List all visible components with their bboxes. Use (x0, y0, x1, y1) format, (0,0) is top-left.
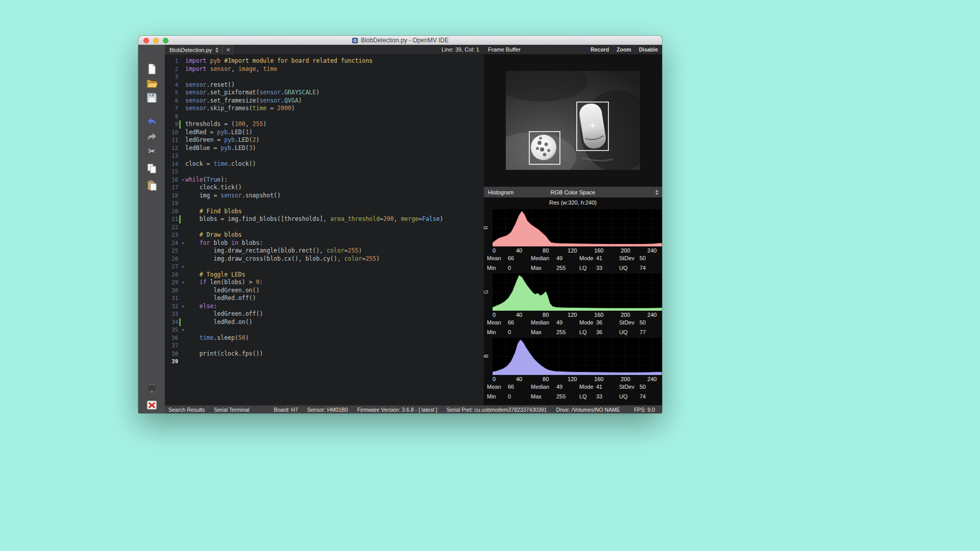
code-line[interactable]: 3 (165, 73, 484, 81)
code-text: clock.tick() (185, 184, 242, 192)
line-number: 12 (165, 144, 178, 153)
stat-label: StDev (619, 255, 634, 261)
code-text: print(clock.fps()) (185, 350, 263, 358)
code-line[interactable]: 30 ledGreen.on() (165, 287, 484, 295)
fold-marker-icon[interactable]: ▾ (181, 303, 185, 311)
new-file-button[interactable] (145, 62, 158, 76)
histogram-plot (493, 209, 662, 246)
code-line[interactable]: 23 # Draw blobs (165, 231, 484, 239)
fold-marker-icon[interactable]: ▾ (181, 326, 185, 334)
code-line[interactable]: 21 blobs = img.find_blobs([thresholds], … (165, 215, 484, 223)
zoom-button[interactable]: Zoom (617, 46, 631, 53)
code-line[interactable]: 35▾ (165, 326, 484, 334)
code-line[interactable]: 32▾ else: (165, 303, 484, 311)
histogram-area (493, 211, 662, 246)
code-line[interactable]: 14clock = time.clock() (165, 160, 484, 168)
app-icon (352, 37, 358, 44)
code-line[interactable]: 31 ledRed.off() (165, 294, 484, 303)
code-line[interactable]: 22 (165, 223, 484, 232)
fold-marker-icon[interactable]: ▾ (181, 176, 185, 184)
fold-spacer (181, 350, 185, 358)
tick-label: 160 (594, 247, 603, 254)
close-tab-icon[interactable]: × (226, 45, 230, 54)
code-line[interactable]: 9thresholds = (100, 255) (165, 120, 484, 129)
line-number: 24 (165, 239, 178, 247)
fold-marker-icon[interactable]: ▾ (181, 239, 185, 247)
code-line[interactable]: 11ledGreen = pyb.LED(2) (165, 136, 484, 144)
color-space-stepper-icon[interactable] (655, 190, 658, 195)
save-file-button[interactable] (145, 91, 158, 104)
code-line[interactable]: 1import pyb #Import module for board rel… (165, 57, 484, 65)
stat-label: Median (531, 384, 549, 390)
line-number: 18 (165, 192, 178, 200)
code-line[interactable]: 17 clock.tick() (165, 184, 484, 192)
serial-terminal-tab[interactable]: Serial Terminal (214, 407, 249, 413)
code-line[interactable]: 2import sensor, image, time (165, 65, 484, 73)
redo-button[interactable] (145, 130, 158, 143)
tick-label: 240 (647, 247, 656, 254)
line-number: 25 (165, 247, 178, 255)
fold-marker-icon[interactable]: ▾ (181, 279, 185, 287)
code-line[interactable]: 8 (165, 113, 484, 121)
disable-button[interactable]: Disable (639, 46, 658, 53)
code-line[interactable]: 19 (165, 199, 484, 208)
code-line[interactable]: 6sensor.set_framesize(sensor.QVGA) (165, 97, 484, 105)
fold-spacer (181, 113, 185, 121)
stats-row: Mean66Median49Mode36StDev50 (484, 319, 662, 327)
camera-frame[interactable] (506, 71, 640, 170)
stat-label: LQ (579, 265, 587, 271)
cut-button[interactable]: ✂ (145, 144, 158, 158)
undo-button[interactable] (145, 115, 158, 128)
code-line[interactable]: 36 time.sleep(50) (165, 334, 484, 342)
code-line[interactable]: 34 ledRed.on() (165, 318, 484, 327)
code-line[interactable]: 12ledBlue = pyb.LED(3) (165, 144, 484, 153)
line-number: 31 (165, 294, 178, 303)
line-number: 32 (165, 303, 178, 311)
copy-button[interactable] (145, 162, 158, 175)
code-line[interactable]: 38 print(clock.fps()) (165, 350, 484, 358)
code-line[interactable]: 5sensor.set_pixformat(sensor.GRAYSCALE) (165, 89, 484, 97)
code-text: img = sensor.snapshot() (185, 192, 281, 200)
code-line[interactable]: 33 ledGreen.off() (165, 310, 484, 318)
paste-button[interactable] (145, 179, 158, 192)
color-space-select[interactable]: RGB Color Space (484, 189, 662, 195)
code-line[interactable]: 39 (165, 358, 484, 366)
disconnect-button[interactable] (145, 398, 158, 411)
code-text: import sensor, image, time (185, 65, 277, 73)
search-results-tab[interactable]: Search Results (168, 407, 205, 413)
code-text: ledRed = pyb.LED(1) (185, 129, 253, 137)
tab-blobdetection[interactable]: BlobDetection.py × (165, 45, 235, 55)
fold-marker-icon[interactable]: ▾ (181, 263, 185, 271)
code-line[interactable]: 29▾ if len(blobs) > 0: (165, 279, 484, 287)
title-bar[interactable]: BlobDetection.py - OpenMV IDE (138, 36, 662, 45)
code-line[interactable]: 28 # Toggle LEDs (165, 271, 484, 279)
code-line[interactable]: 13 (165, 152, 484, 160)
record-button[interactable]: Record (591, 46, 609, 53)
tab-title: BlobDetection.py (169, 47, 212, 53)
line-number: 27 (165, 263, 178, 271)
code-line[interactable]: 20 # Find blobs (165, 208, 484, 216)
code-line[interactable]: 15 (165, 168, 484, 176)
histogram-r: Mean66Median49Mode41StDev50Min0Max255LQ3… (484, 209, 662, 273)
code-line[interactable]: 16▾while(True): (165, 176, 484, 184)
code-line[interactable]: 27▾ (165, 263, 484, 271)
code-line[interactable]: 4sensor.reset() (165, 81, 484, 89)
line-number: 3 (165, 73, 178, 81)
code-editor[interactable]: 1import pyb #Import module for board rel… (165, 55, 484, 405)
code-line[interactable]: 18 img = sensor.snapshot() (165, 192, 484, 200)
code-line[interactable]: 7sensor.skip_frames(time = 2000) (165, 105, 484, 113)
channel-axis-label: R (483, 224, 493, 232)
file-switcher-stepper-icon[interactable] (215, 47, 218, 53)
detected-object-ball (531, 135, 556, 160)
open-file-button[interactable] (145, 77, 158, 90)
code-line[interactable]: 10ledRed = pyb.LED(1) (165, 129, 484, 137)
line-number: 10 (165, 129, 178, 137)
code-text: clock = time.clock() (185, 160, 256, 168)
code-line[interactable]: 37 (165, 342, 484, 350)
connect-button[interactable] (145, 382, 158, 395)
stat-label: StDev (619, 384, 634, 390)
window-title: BlobDetection.py - OpenMV IDE (138, 36, 662, 45)
code-line[interactable]: 25 img.draw_rectangle(blob.rect(), color… (165, 247, 484, 255)
code-line[interactable]: 26 img.draw_cross(blob.cx(), blob.cy(), … (165, 255, 484, 263)
code-line[interactable]: 24▾ for blob in blobs: (165, 239, 484, 247)
